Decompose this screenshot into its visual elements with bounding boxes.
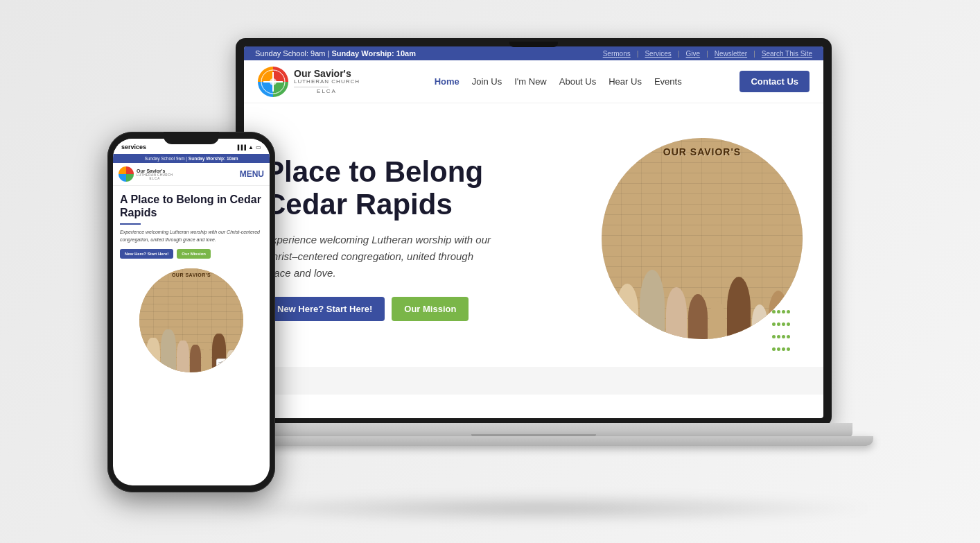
topbar-schedule: Sunday School: 9am | Sunday Worship: 10a… [255,49,416,58]
phone-logo-text: Our Savior's LUTHERAN CHURCH ELCA [137,169,173,180]
laptop-foot [194,436,873,446]
phone-church-sign: OUR SAVIOR'S [172,273,211,277]
phone-topbar: Sunday School 9am | Sunday Worship: 10am [113,154,270,163]
topbar-links: Sermons | Services | Give | Newsletter |… [599,49,812,58]
phone-body: services ▐▐▐ ▲ ▭ Sunday School 9am | Sun… [107,132,275,492]
nav-link-hearus[interactable]: Hear Us [609,76,642,87]
phone-hero: A Place to Belong in Cedar Rapids Experi… [113,186,270,268]
phone-navbar: Our Savior's LUTHERAN CHURCH ELCA MENU [113,163,270,186]
topbar-schedule-text: Sunday School: 9am | [255,49,331,58]
topbar-link-services[interactable]: Services [645,50,671,58]
site-navbar: Our Savior's LUTHERAN CHURCH ELCA Home J… [244,60,823,103]
laptop: Sunday School: 9am | Sunday Worship: 10a… [236,38,859,510]
new-here-button[interactable]: New Here? Start Here! [265,297,385,321]
phone-brick-bg: OUR SAVIOR'S [139,268,243,372]
logo-text: Our Savior's LUTHERAN CHURCH ELCA [294,69,360,95]
signal-icon: ▐▐▐ [236,145,246,150]
phone-hero-image: OUR SAVIOR'S reCAPTCHAPrivacy - Terms [139,268,243,372]
topbar-link-search[interactable]: Search This Site [762,50,812,58]
hero-buttons: New Here? Start Here! Our Mission [265,297,581,321]
recaptcha-badge: reCAPTCHAPrivacy - Terms [216,359,240,370]
site-nav-links: Home Join Us I'm New About Us Hear Us Ev… [376,76,740,87]
site-topbar: Sunday School: 9am | Sunday Worship: 10a… [244,46,823,60]
phone-logo: Our Savior's LUTHERAN CHURCH ELCA [119,166,173,182]
phone-notch [164,132,219,144]
phone-topbar-text: Sunday School 9am | [144,156,188,161]
site-below-hero [244,367,823,395]
phone-menu-button[interactable]: MENU [240,169,264,179]
topbar-link-newsletter[interactable]: Newsletter [715,50,747,58]
scene: Sunday School: 9am | Sunday Worship: 10a… [0,0,980,543]
phone-service-label: services [121,144,146,150]
site-logo: Our Savior's LUTHERAN CHURCH ELCA [258,67,360,97]
our-mission-button[interactable]: Our Mission [392,297,469,321]
nav-link-imnew[interactable]: I'm New [514,76,547,87]
phone-hero-buttons: New Here? Start Here! Our Mission [120,249,263,259]
phone-hero-heading: A Place to Belong in Cedar Rapids [120,193,263,219]
church-sign: OUR SAVIOR'S [663,146,741,157]
nav-link-joinus[interactable]: Join Us [472,76,502,87]
hero-heading: Place to Belong Cedar Rapids [265,156,581,220]
phone-hero-subtitle: Experience welcoming Lutheran worship wi… [120,229,263,243]
svg-point-1 [270,78,277,85]
phone-topbar-bold: Sunday Worship: 10am [189,156,238,161]
hero-subtitle: Experience welcoming Lutheran worship wi… [265,232,500,282]
wifi-icon: ▲ [248,144,254,150]
laptop-notch [509,42,558,47]
topbar-link-sermons[interactable]: Sermons [603,50,631,58]
nav-link-events[interactable]: Events [654,76,682,87]
phone-divider [120,223,141,225]
nav-link-home[interactable]: Home [435,76,460,87]
hero-image-container: OUR SAVIOR'S [602,138,803,339]
contact-us-button[interactable]: Contact Us [740,71,810,92]
logo-icon [258,67,288,97]
phone-new-here-button[interactable]: New Here? Start Here! [120,249,173,259]
phone-status-icons: ▐▐▐ ▲ ▭ [236,144,261,150]
laptop-screen-inner: Sunday School: 9am | Sunday Worship: 10a… [244,46,823,418]
topbar-link-give[interactable]: Give [686,50,701,58]
nav-link-aboutus[interactable]: About Us [559,76,596,87]
topbar-schedule-bold: Sunday Worship: 10am [331,49,415,58]
decorative-dots [771,304,813,346]
site-hero: Place to Belong Cedar Rapids Experience … [244,103,823,367]
phone-logo-icon [119,166,134,182]
phone-screen: services ▐▐▐ ▲ ▭ Sunday School 9am | Sun… [113,139,270,485]
laptop-screen-outer: Sunday School: 9am | Sunday Worship: 10a… [236,38,832,426]
hero-text: Place to Belong Cedar Rapids Experience … [265,156,581,320]
phone: services ▐▐▐ ▲ ▭ Sunday School 9am | Sun… [107,132,275,492]
battery-icon: ▭ [256,144,261,150]
phone-our-mission-button[interactable]: Our Mission [177,249,211,259]
